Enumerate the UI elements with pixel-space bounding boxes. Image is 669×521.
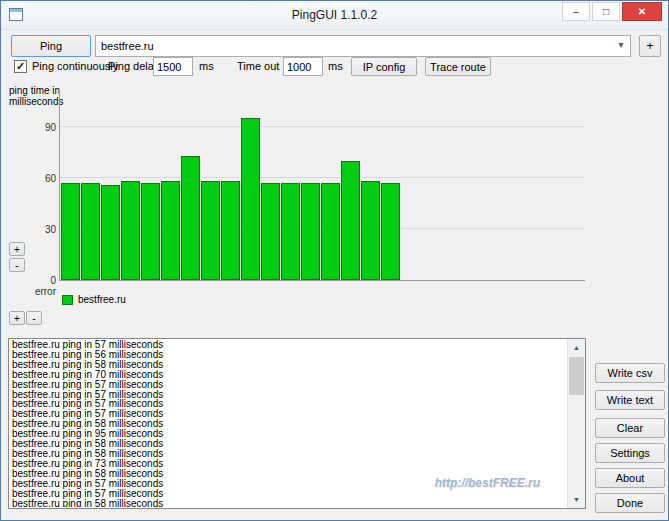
ping-bar bbox=[201, 181, 220, 280]
ping-bar bbox=[281, 183, 300, 280]
done-button[interactable]: Done bbox=[595, 493, 665, 513]
window-controls: – □ ✕ bbox=[562, 2, 662, 21]
scrollbar-thumb[interactable] bbox=[569, 357, 584, 395]
log-lines: bestfree.ru ping in 57 millisecondsbestf… bbox=[12, 340, 565, 507]
y-axis-title-line1: ping time in bbox=[9, 85, 63, 96]
ip-config-button[interactable]: IP config bbox=[351, 57, 417, 76]
chart-legend: bestfree.ru bbox=[62, 294, 126, 305]
ping-delay-label: Ping delay bbox=[108, 60, 159, 73]
ping-bar bbox=[101, 185, 120, 281]
y-axis-title: ping time in milliseconds bbox=[9, 85, 63, 107]
scroll-up-icon[interactable]: ▲ bbox=[568, 339, 585, 356]
chevron-down-icon[interactable]: ▾ bbox=[612, 36, 630, 56]
ping-log[interactable]: bestfree.ru ping in 57 millisecondsbestf… bbox=[8, 338, 586, 509]
y-axis-title-line2: milliseconds bbox=[9, 96, 63, 107]
minimize-button[interactable]: – bbox=[562, 2, 590, 21]
ping-delay-input[interactable] bbox=[153, 57, 193, 76]
write-csv-button[interactable]: Write csv bbox=[595, 363, 665, 383]
ping-bar bbox=[181, 156, 200, 280]
ping-bar bbox=[361, 181, 380, 280]
ping-bar bbox=[161, 181, 180, 280]
ping-bar bbox=[61, 183, 80, 280]
ping-bar bbox=[241, 118, 260, 280]
ping-bar bbox=[341, 161, 360, 280]
ping-bar bbox=[301, 183, 320, 280]
plot-area: error bestfree.ru 0306090 bbox=[59, 89, 585, 281]
ping-bar bbox=[261, 183, 280, 280]
trace-route-button[interactable]: Trace route bbox=[425, 57, 491, 76]
log-scrollbar[interactable]: ▲ ▼ bbox=[567, 339, 585, 508]
app-window: PingGUI 1.1.0.2 – □ ✕ Ping bestfree.ru ▾… bbox=[0, 0, 669, 521]
x-zoom-out-button[interactable]: - bbox=[26, 311, 42, 325]
host-combobox[interactable]: bestfree.ru ▾ bbox=[95, 35, 631, 57]
legend-label: bestfree.ru bbox=[78, 294, 126, 305]
y-tick-label: 90 bbox=[32, 122, 56, 133]
ping-continuously-label: Ping continuously bbox=[32, 60, 118, 73]
close-button[interactable]: ✕ bbox=[622, 2, 662, 21]
ping-bar bbox=[321, 183, 340, 280]
bars bbox=[61, 89, 400, 280]
ping-continuously-checkbox[interactable]: ✓ bbox=[14, 60, 27, 73]
x-zoom-in-button[interactable]: + bbox=[9, 311, 25, 325]
y-tick-label: 0 bbox=[32, 275, 56, 286]
log-line: bestfree.ru ping in 57 milliseconds bbox=[12, 489, 565, 499]
add-host-button[interactable]: + bbox=[639, 35, 661, 57]
ping-bar bbox=[121, 181, 140, 280]
ping-bar bbox=[81, 183, 100, 280]
ping-bar bbox=[381, 183, 400, 280]
y-tick-label: 30 bbox=[32, 224, 56, 235]
y-tick-label: 60 bbox=[32, 173, 56, 184]
maximize-button[interactable]: □ bbox=[592, 2, 620, 21]
legend-swatch bbox=[62, 295, 73, 305]
write-text-button[interactable]: Write text bbox=[595, 390, 665, 410]
y-zoom-in-button[interactable]: + bbox=[9, 242, 25, 256]
ping-bar bbox=[221, 181, 240, 280]
time-out-unit: ms bbox=[328, 60, 343, 73]
ping-bar bbox=[141, 183, 160, 280]
scroll-down-icon[interactable]: ▼ bbox=[568, 491, 585, 508]
error-axis-label: error bbox=[26, 286, 56, 297]
title-bar[interactable]: PingGUI 1.1.0.2 – □ ✕ bbox=[1, 1, 668, 30]
time-out-input[interactable] bbox=[283, 57, 323, 76]
y-zoom-out-button[interactable]: - bbox=[9, 258, 25, 272]
ping-delay-unit: ms bbox=[199, 60, 214, 73]
log-line: bestfree.ru ping in 58 milliseconds bbox=[12, 499, 565, 508]
time-out-label: Time out bbox=[237, 60, 279, 73]
host-combobox-value: bestfree.ru bbox=[101, 36, 154, 56]
clear-button[interactable]: Clear bbox=[595, 418, 665, 438]
settings-button[interactable]: Settings bbox=[595, 443, 665, 463]
about-button[interactable]: About bbox=[595, 468, 665, 488]
ping-button[interactable]: Ping bbox=[11, 35, 91, 57]
